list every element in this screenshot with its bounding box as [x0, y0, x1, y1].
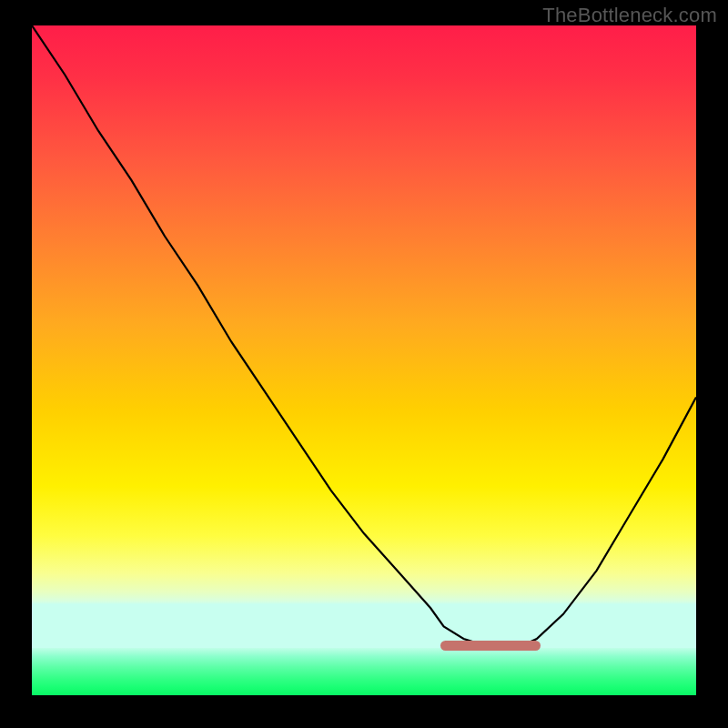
bottleneck-curve — [32, 25, 696, 695]
watermark-text: TheBottleneck.com — [542, 4, 717, 27]
curve-path — [32, 25, 696, 645]
minimum-marker — [440, 641, 541, 651]
plot-area — [32, 25, 696, 695]
chart-frame: TheBottleneck.com — [0, 0, 728, 728]
